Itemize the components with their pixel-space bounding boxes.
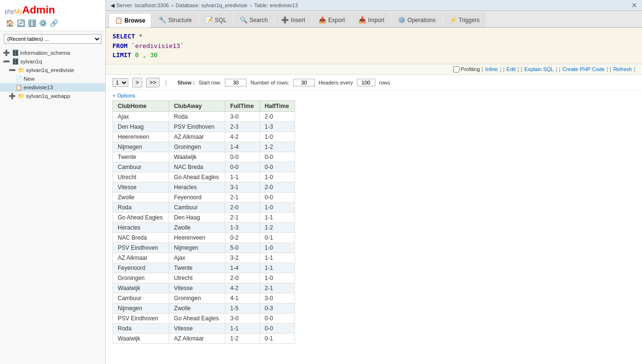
table-cell-20-3: 0-0 — [259, 313, 295, 323]
table-cell-19-2: 1-5 — [225, 303, 260, 313]
tab-browse[interactable]: 📋 Browse — [109, 13, 151, 27]
logo-my: My — [14, 8, 22, 15]
profiling-section: Profiling — [453, 66, 480, 73]
tree-item-information-schema[interactable]: ➕ 🗄️ information_schema — [0, 49, 105, 57]
table-cell-16-1: Utrecht — [169, 273, 225, 283]
bracket-close3: ] — [556, 66, 557, 72]
breadcrumb: ◀ Server: localhost:3306 » Database: syl… — [106, 0, 642, 11]
start-row-input[interactable] — [225, 79, 247, 86]
bracket-close5: ] — [634, 66, 635, 72]
tree-item-sylvan1q-webapp[interactable]: ➕ 📁 sylvan1q_webapp — [0, 92, 105, 100]
triggers-tab-icon: ⚡ — [449, 16, 457, 24]
nav-end-button[interactable]: >> — [146, 78, 160, 87]
settings-icon[interactable]: ⚙️ — [39, 19, 47, 27]
table-cell-14-3: 1-1 — [259, 253, 295, 263]
table-cell-15-2: 1-4 — [225, 263, 260, 273]
table-cell-10-2: 2-1 — [225, 212, 260, 222]
table-row: Den HaagPSV Eindhoven2-31-3 — [113, 121, 295, 132]
sql-line1: SELECT * — [112, 32, 635, 41]
table-cell-13-3: 1-0 — [259, 243, 295, 253]
table-cell-2-2: 4-2 — [225, 132, 260, 142]
breadcrumb-table[interactable]: Table: eredivisie13 — [254, 2, 298, 8]
table-cell-12-2: 0-2 — [225, 232, 260, 243]
table-row: NAC BredaHeerenveen0-20-1 — [113, 232, 295, 243]
table-cell-3-0: Nijmegen — [113, 142, 169, 152]
col-header-clubhome[interactable]: ClubHome — [113, 100, 169, 111]
main-content: ◀ Server: localhost:3306 » Database: syl… — [106, 0, 642, 364]
edit-link[interactable]: Edit — [506, 66, 516, 72]
table-cell-19-3: 0-3 — [259, 303, 295, 313]
recent-tables-dropdown[interactable]: (Recent tables) ... — [4, 34, 101, 44]
table-cell-20-0: PSV Eindhoven — [113, 313, 169, 323]
table-cell-18-0: Cambuur — [113, 293, 169, 303]
table-cell-22-2: 1-2 — [225, 333, 260, 343]
tab-operations[interactable]: ⚙️ Operations — [392, 12, 442, 27]
logo: phpMyAdmin — [5, 4, 100, 16]
table-cell-10-0: Go Ahead Eagles — [113, 212, 169, 222]
breadcrumb-sep1: » — [171, 2, 173, 8]
options-link[interactable]: + Options — [112, 93, 135, 98]
start-row-label: Start row: — [198, 80, 221, 85]
table-cell-16-2: 2-0 — [225, 273, 260, 283]
table-row: PSV EindhovenGo Ahead Eagles3-00-0 — [113, 313, 295, 323]
tab-export[interactable]: 📤 Export — [312, 12, 351, 27]
table-cell-6-2: 1-1 — [225, 172, 260, 182]
table-cell-12-0: NAC Breda — [113, 232, 169, 243]
home-icon[interactable]: 🏠 — [6, 19, 14, 27]
table-cell-5-1: NAC Breda — [169, 162, 225, 172]
tab-triggers[interactable]: ⚡ Triggers — [443, 12, 486, 27]
table-cell-6-3: 1-0 — [259, 172, 295, 182]
table-cell-8-2: 2-1 — [225, 192, 260, 202]
table-body: AjaxRoda3-02-0Den HaagPSV Eindhoven2-31-… — [113, 111, 295, 343]
headers-every-input[interactable] — [357, 79, 375, 86]
import-tab-icon: 📥 — [358, 16, 366, 24]
tree-item-new[interactable]: 📄 New — [0, 74, 105, 83]
inline-link[interactable]: Inline — [485, 66, 498, 72]
table-cell-17-2: 4-2 — [225, 283, 260, 293]
tab-import[interactable]: 📥 Import — [352, 12, 391, 27]
sql-limit-keyword: LIMIT — [112, 51, 131, 59]
profiling-checkbox[interactable] — [453, 66, 459, 73]
nav-next-button[interactable]: > — [132, 78, 142, 87]
table-cell-13-1: Nijmegen — [169, 243, 225, 253]
num-rows-label: Number of rows: — [250, 80, 289, 85]
table-row: CambuurNAC Breda0-00-0 — [113, 162, 295, 172]
tab-insert[interactable]: ➕ Insert — [275, 12, 311, 27]
reload-icon[interactable]: 🔄 — [17, 19, 25, 27]
col-header-clubaway[interactable]: ClubAway — [169, 100, 225, 111]
refresh-link[interactable]: Refresh — [613, 66, 632, 72]
tree-item-sylvan1q-eredivisie[interactable]: ➖ 📁 sylvan1q_eredivisie — [0, 66, 105, 74]
tree-item-sylvan1q[interactable]: ➖ 🗄️ sylvan1q — [0, 57, 105, 66]
table-cell-10-1: Den Haag — [169, 212, 225, 222]
create-php-link[interactable]: Create PHP Code — [562, 66, 605, 72]
explain-sql-link[interactable]: Explain SQL — [524, 66, 554, 72]
close-button[interactable]: ✕ — [631, 1, 637, 9]
logo-admin: Admin — [22, 4, 55, 16]
table-row: VitesseHeracles3-12-0 — [113, 182, 295, 192]
back-arrow[interactable]: ◀ — [111, 2, 114, 9]
page-select[interactable]: 1 — [112, 78, 128, 87]
recent-tables-select[interactable]: (Recent tables) ... — [4, 34, 101, 44]
tree-label: sylvan1q — [20, 59, 42, 64]
tab-triggers-label: Triggers — [459, 17, 480, 24]
table-cell-1-1: PSV Eindhoven — [169, 121, 225, 132]
table-cell-3-2: 1-4 — [225, 142, 260, 152]
tab-search[interactable]: 🔍 Search — [234, 12, 274, 27]
tab-sql[interactable]: 📝 SQL — [199, 12, 233, 27]
breadcrumb-database[interactable]: Database: sylvan1q_eredivisie — [176, 2, 247, 8]
col-header-halftime[interactable]: HalfTime — [259, 100, 295, 111]
link-icon[interactable]: 🔗 — [50, 19, 58, 27]
tree-item-eredivisie13[interactable]: 📋 eredivisie13 — [0, 83, 105, 92]
table-cell-17-1: Vitesse — [169, 283, 225, 293]
tab-structure[interactable]: 🔧 Structure — [152, 12, 198, 27]
breadcrumb-server[interactable]: Server: localhost:3306 — [116, 2, 169, 8]
bracket-close: ] — [500, 66, 501, 72]
structure-tab-icon: 🔧 — [159, 16, 166, 24]
sql-limit-value: 0 , 30 — [135, 51, 158, 59]
table-cell-2-0: Heerenveen — [113, 132, 169, 142]
profiling-label[interactable]: Profiling — [461, 66, 480, 72]
col-header-fulltime[interactable]: FullTime — [225, 100, 260, 111]
info-icon[interactable]: ℹ️ — [28, 19, 36, 27]
num-rows-input[interactable] — [293, 79, 315, 86]
table-cell-3-3: 1-2 — [259, 142, 295, 152]
